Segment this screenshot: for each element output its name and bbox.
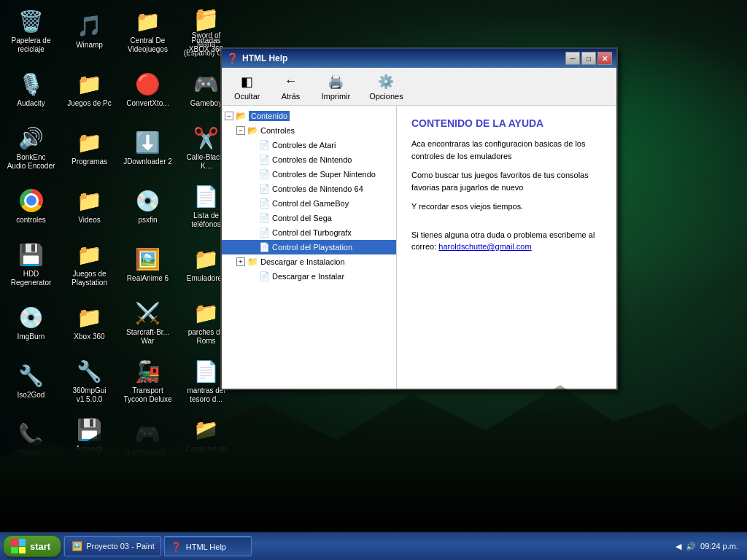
desktop-icon-label: Caratulas de emulador... (182, 445, 231, 462)
desktop-icon-multigame[interactable]: 🎮 MultiGameIS... (120, 412, 175, 467)
desktop-icon-label: Gameboy (190, 99, 222, 108)
tree-expand-icon[interactable]: + (236, 257, 245, 266)
desktop-icon-360mpgui[interactable]: 🔧 360mpGui v1.5.0.0 (62, 354, 117, 408)
content-panel: CONTENIDO DE LA AYUDA Aca encontraras la… (397, 106, 616, 389)
help-content-title: CONTENIDO DE LA AYUDA (411, 117, 602, 129)
desktop-icon-hdd[interactable]: 💾 HDD Regenerator (4, 237, 58, 292)
tree-item-controles-atari[interactable]: 📄 Controles de Atari (222, 138, 396, 152)
desktop-icon-iso2god[interactable]: 🔧 Iso2God (4, 354, 58, 408)
bsplayer-icon: ▶️ (77, 479, 103, 505)
taskbar: start 🖼️ Proyecto 03 - Paint ❓ HTML Help… (0, 532, 747, 560)
desktop-icon-label: SonicStage (12, 508, 50, 516)
tree-item-controles-nintendo[interactable]: 📄 Controles de Nintendo (222, 152, 396, 167)
tray-icon-nav-left[interactable]: ◀ (676, 542, 681, 551)
desktop-icon-convertxto[interactable]: 🔴 ConvertXto... (120, 62, 175, 117)
desktop-icon-pharaoh[interactable]: 👑 Pharaoh (120, 470, 175, 525)
audacity-icon: 🎙️ (18, 71, 44, 97)
tree-item-descargar-instalar[interactable]: 📄 Descargar e Instalar (222, 269, 396, 284)
folder-icon: 📁 (77, 71, 103, 97)
back-label: Atrás (282, 92, 301, 101)
gameboy-icon: 🎮 (193, 71, 220, 97)
desktop-icon-central-video[interactable]: 📁 Central De Videojuegos (120, 4, 175, 58)
options-toolbar-button[interactable]: ⚙️ Opciones (363, 69, 409, 104)
realanime-icon: 🖼️ (135, 246, 161, 272)
desktop-icon-label: Juegos de Playstation (65, 270, 114, 287)
taskbar-item-paint[interactable]: 🖼️ Proyecto 03 - Paint (64, 536, 161, 556)
skype-icon: 📞 (18, 421, 44, 447)
bonk-icon: 🔊 (18, 125, 44, 151)
options-icon: ⚙️ (377, 73, 395, 90)
email-link[interactable]: haroldschutte@gmail.com (438, 242, 531, 251)
desktop-icon-label: RealAnime 6 (127, 274, 169, 283)
tree-root-contenido[interactable]: − 📂 Contenido (222, 109, 396, 123)
winamp-icon: 🎵 (77, 12, 103, 39)
tree-label-contenido: Contenido (249, 111, 290, 121)
tree-expand-icon[interactable]: − (236, 126, 245, 135)
lista-icon: 📄 (193, 183, 220, 209)
back-toolbar-button[interactable]: ← Atrás (272, 69, 309, 104)
page-icon: 📄 (258, 241, 270, 253)
hide-label: Ocultar (234, 92, 260, 101)
desktop-icon-caratulas[interactable]: 📁 Caratulas de emulador... (179, 412, 233, 467)
desktop: 🗑️ Papelera de reciclaje 🎵 Winamp 📁 Cent… (0, 0, 747, 560)
recycle-icon: 🗑️ (18, 8, 44, 34)
folder-icon: 📁 (193, 8, 220, 34)
desktop-icon-videos[interactable]: 📁 Videos (62, 179, 117, 233)
tree-expand-icon[interactable]: − (225, 112, 233, 120)
page-icon: 📄 (258, 139, 270, 151)
tree-item-control-sega[interactable]: 📄 Control del Sega (222, 211, 396, 225)
desktop-icon-label: psxfin (138, 216, 157, 225)
active-icon: 💾 (77, 416, 103, 443)
desktop-icon-label: Central De Videojuegos (123, 36, 172, 54)
desktop-icon-chrome[interactable]: controles (4, 179, 58, 233)
paint-icon: 🖼️ (71, 540, 82, 552)
tree-item-controles-super-nintendo[interactable]: 📄 Controles de Super Nintendo (222, 167, 396, 182)
desktop-icon-jdownloader[interactable]: ⬇️ JDownloader 2 (120, 120, 175, 175)
desktop-icon-cantidad[interactable]: 📄 Cantidad de juegos p... (179, 470, 233, 525)
desktop-icon-starcraft[interactable]: ⚔️ Starcraft-Br... War (120, 295, 175, 350)
tree-item-controles[interactable]: − 📂 Controles (222, 123, 396, 138)
desktop-icon-label: Skype (21, 449, 42, 458)
volume-icon[interactable]: 🔊 (686, 542, 696, 551)
start-button[interactable]: start (3, 535, 61, 557)
desktop-icon-skype[interactable]: 📞 Skype (4, 412, 58, 467)
desktop-icon-realanime[interactable]: 🖼️ RealAnime 6 (120, 237, 175, 292)
hide-icon: ◧ (239, 73, 256, 90)
taskbar-item-htmlhelp[interactable]: ❓ HTML Help (164, 536, 252, 556)
help-icon: ❓ (171, 541, 182, 553)
print-toolbar-button[interactable]: 🖨️ Imprimir (314, 69, 357, 104)
print-label: Imprimir (321, 92, 350, 101)
minimize-button[interactable]: ─ (565, 52, 580, 65)
desktop-icon-papelera[interactable]: 🗑️ Papelera de reciclaje (4, 4, 58, 58)
desktop-icon-transport[interactable]: 🚂 Transport Tycoon Deluxe (120, 354, 175, 408)
tree-item-controles-nintendo64[interactable]: 📄 Controles de Nintendo 64 (222, 182, 396, 196)
print-icon: 🖨️ (327, 73, 344, 90)
desktop-icon-label: HDD Regenerator (7, 270, 55, 287)
desktop-icon-audacity[interactable]: 🎙️ Audacity (4, 62, 58, 117)
desktop-icon-bsplayer[interactable]: ▶️ BS.Player (62, 470, 117, 525)
tree-item-control-playstation[interactable]: 📄 Control del Playstation (222, 240, 396, 254)
desktop-icon-label: JDownloader 2 (123, 158, 172, 166)
desktop-icon-juegos-ps[interactable]: 📁 Juegos de Playstation (62, 237, 117, 292)
system-clock: 09:24 p.m. (700, 542, 738, 551)
desktop-icon-imgburn[interactable]: 💿 ImgBurn (4, 295, 58, 350)
desktop-icon-bonk[interactable]: 🔊 BonkEnc Audio Encoder (4, 120, 58, 175)
desktop-icon-juegos-pc[interactable]: 📁 Juegos de Pc (62, 62, 117, 117)
maximize-button[interactable]: □ (581, 52, 596, 65)
desktop-icon-label: Papelera de reciclaje (7, 36, 55, 54)
close-button[interactable]: ✕ (597, 52, 612, 65)
desktop-icon-xbox360[interactable]: 📁 Xbox 360 (62, 295, 117, 350)
desktop-icon-active[interactable]: 💾 Active@ Partitio... (62, 412, 117, 467)
window-titlebar: ❓ HTML Help ─ □ ✕ (222, 49, 616, 68)
chrome-icon (18, 187, 44, 214)
page-icon: 📄 (258, 212, 270, 224)
desktop-icon-programas[interactable]: 📁 Programas (62, 120, 117, 175)
desktop-icon-psxfin[interactable]: 💿 psxfin (120, 179, 175, 233)
desktop-icon-sonic[interactable]: 🎵 SonicStage (4, 470, 58, 525)
tree-item-control-gameboy[interactable]: 📄 Control del GameBoy (222, 196, 396, 211)
tree-item-descargar[interactable]: + 📁 Descargar e Instalacion (222, 254, 396, 269)
tree-item-control-turbografx[interactable]: 📄 Control del Turbografx (222, 225, 396, 240)
hide-toolbar-button[interactable]: ◧ Ocultar (228, 69, 266, 104)
tree-label-descargar-instalar: Descargar e Instalar (272, 272, 344, 281)
desktop-icon-winamp[interactable]: 🎵 Winamp (62, 4, 117, 58)
